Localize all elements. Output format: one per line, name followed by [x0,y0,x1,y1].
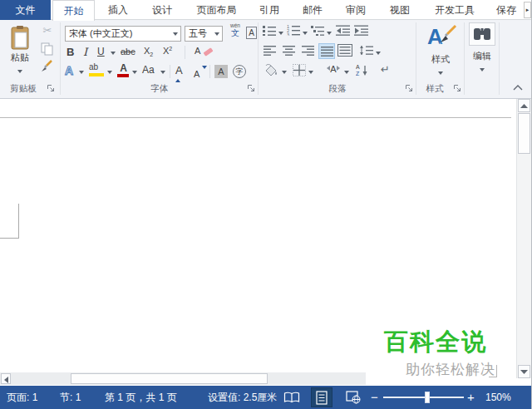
align-center-button[interactable] [283,46,295,56]
show-marks-button[interactable]: ↵ [381,63,394,76]
copy-button[interactable] [38,42,57,57]
line-spacing-button[interactable] [359,45,373,56]
align-right-button[interactable] [302,46,314,56]
asian-layout-button[interactable]: A [324,64,342,74]
zoom-out-button[interactable]: − [371,386,378,409]
paste-button[interactable]: 粘贴 [3,23,37,78]
font-size-select[interactable]: 五号 [185,26,223,42]
clipboard-dialog-launcher[interactable] [47,84,56,93]
shading-button[interactable] [263,63,279,77]
tab-view[interactable]: 视图 [378,0,421,20]
bullets-dropdown-arrow[interactable] [278,32,283,37]
tab-review[interactable]: 审阅 [335,0,377,20]
tab-page-layout[interactable]: 页面布局 [185,0,248,20]
decrease-indent-button[interactable] [336,25,350,36]
highlight-button[interactable]: ab [89,63,106,76]
styles-button[interactable]: A 样式 [421,23,461,78]
underline-dropdown-arrow[interactable] [111,52,116,57]
tab-scroll-right-button[interactable]: ▸ [524,2,531,18]
view-read-mode-button[interactable] [281,387,303,407]
shading-dropdown-arrow[interactable] [282,71,287,76]
tab-design[interactable]: 设计 [140,0,184,20]
align-left-button[interactable] [264,46,276,56]
line-spacing-dropdown-arrow[interactable] [376,52,381,57]
status-setting-value[interactable]: 设置值: 2.5厘米 [208,386,277,409]
document-canvas[interactable]: 百科全说 助你轻松解决 [0,99,532,385]
format-painter-button[interactable] [38,58,57,73]
paragraph-dialog-launcher[interactable] [405,84,414,93]
tab-developer[interactable]: 开发工具 [422,0,487,20]
bold-label: B [66,46,74,58]
distribute-button[interactable] [337,44,352,57]
tab-mailings[interactable]: 邮件 [292,0,333,20]
clear-formatting-label: A [195,46,200,56]
increase-indent-button[interactable] [354,25,368,36]
change-case-dropdown-arrow[interactable] [160,71,165,76]
editing-button[interactable]: 编辑 [467,22,497,77]
phonetic-char-label: 文 [227,29,244,37]
asian-layout-dropdown-arrow[interactable] [344,71,349,76]
font-dialog-launcher[interactable] [247,84,256,93]
highlight-label: ab [89,62,98,71]
zoom-slider-track[interactable] [383,397,464,398]
view-web-layout-button[interactable] [342,387,364,407]
change-case-button[interactable]: Aa [142,64,159,76]
enclose-characters-button[interactable]: 字 [233,65,246,78]
clipboard-group-label: 剪贴板 [2,83,45,95]
tab-save[interactable]: 保存 [488,0,525,20]
tab-references[interactable]: 引用 [249,0,290,20]
multilevel-list-dropdown-arrow[interactable] [327,32,332,37]
text-effects-button[interactable]: A [65,64,77,77]
numbering-dropdown-arrow[interactable] [303,32,308,37]
vertical-scrollbar[interactable] [516,99,531,378]
zoom-in-button[interactable]: + [467,386,475,409]
status-page-position[interactable]: 第 1 页，共 1 页 [105,386,177,409]
font-color-button[interactable]: A [117,63,130,77]
bold-button[interactable]: B [66,46,80,58]
justify-button[interactable] [318,43,335,59]
multilevel-list-button[interactable] [311,25,325,36]
highlight-dropdown-arrow[interactable] [107,71,112,76]
scroll-up-button[interactable] [518,99,530,112]
group-separator [258,22,259,95]
bullets-button[interactable] [263,25,276,36]
justify-icon [321,47,333,57]
horizontal-scrollbar[interactable] [0,372,385,385]
numbering-button[interactable]: 123 [287,24,300,36]
tab-home[interactable]: 开始 [52,0,95,21]
styles-dialog-launcher[interactable] [453,84,462,93]
horizontal-scroll-thumb[interactable] [71,373,268,384]
text-effects-dropdown-arrow[interactable] [79,71,84,76]
clear-formatting-button[interactable]: A [195,46,216,56]
status-page-number[interactable]: 页面: 1 [7,386,37,409]
character-border-button[interactable]: A [246,27,257,39]
phonetic-guide-button[interactable]: wén 文 [227,23,244,42]
font-name-select[interactable]: 宋体 (中文正文) [65,26,181,42]
subscript-button[interactable]: X2 [144,46,159,57]
align-left-icon [264,46,276,56]
status-section[interactable]: 节: 1 [60,386,81,409]
vertical-scroll-thumb[interactable] [518,113,530,154]
cut-button[interactable]: ✂ [38,24,57,39]
tab-insert[interactable]: 插入 [97,0,139,20]
borders-button[interactable] [293,64,306,76]
sort-button[interactable]: AZ [356,63,368,76]
scroll-down-button[interactable] [518,365,530,378]
character-shading-button[interactable]: A [214,65,228,78]
collapse-ribbon-button[interactable] [512,83,524,92]
tab-file[interactable]: 文件 [0,0,51,20]
font-color-dropdown-arrow[interactable] [132,71,137,76]
zoom-level[interactable]: 150% [485,386,511,409]
show-marks-label: ↵ [381,63,390,76]
zoom-slider-thumb[interactable] [425,392,430,403]
superscript-button[interactable]: X2 [163,46,178,56]
view-print-layout-button[interactable] [311,387,332,407]
underline-button[interactable]: U [97,46,107,57]
italic-button[interactable]: I [83,46,93,58]
dialog-launcher-icon [47,84,56,93]
borders-dropdown-arrow[interactable] [308,71,313,76]
scroll-left-button[interactable] [1,373,11,384]
down-triangle-icon [520,370,528,375]
shrink-font-button[interactable]: A [194,66,207,79]
strikethrough-button[interactable]: abc [121,47,140,57]
